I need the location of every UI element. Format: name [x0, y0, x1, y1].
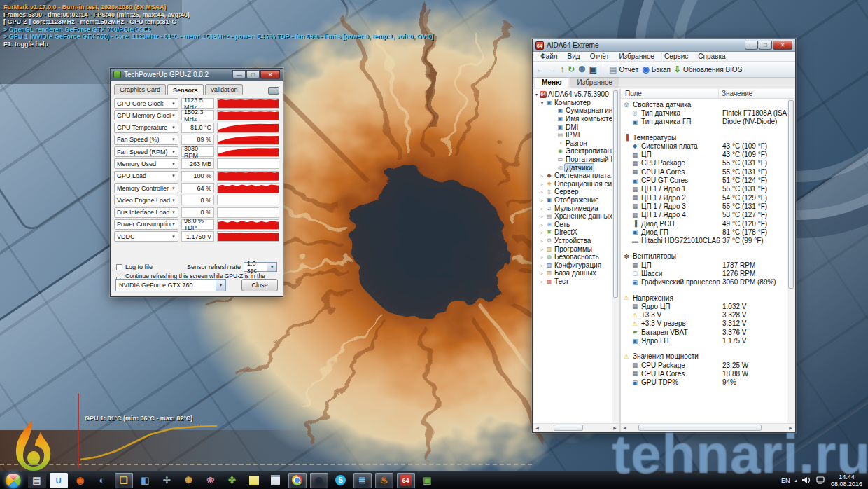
sensor-list-row[interactable]: ▣ Тип датчика ГП Diode (NV-Diode)	[621, 118, 787, 126]
scrollbar-thumb[interactable]	[638, 425, 762, 431]
tree-twisty-icon[interactable]: ▹	[539, 263, 545, 268]
sensor-list-row[interactable]: ▐ Температуры	[621, 133, 787, 142]
tree-item[interactable]: ▣ Имя компьютера	[533, 115, 612, 123]
sensor-list-row[interactable]: ▢ Шасси 1276 RPM	[621, 269, 787, 277]
sensor-list-row[interactable]: ⚠ +3.3 V 3.328 V	[621, 311, 787, 319]
sensor-list-row[interactable]: ▣ CPU GT Cores 51 °C (124 °F)	[621, 176, 787, 184]
tree-twisty-icon[interactable]: ▾	[539, 100, 545, 105]
tree-item[interactable]: ▹ ▦ Тест	[533, 277, 612, 286]
gpuz-sensor-row[interactable]: Fan Speed (RPM) ▼ 3030 RPM	[114, 146, 279, 157]
chevron-down-icon[interactable]: ▼	[172, 210, 176, 214]
backup-button[interactable]: ◉ Бэкап	[642, 65, 671, 74]
tree-item[interactable]: ▹ ⚙ Устройства	[533, 237, 612, 245]
scroll-left-arrow[interactable]: ◀	[533, 425, 541, 430]
tree-twisty-icon[interactable]: ▹	[539, 238, 545, 243]
skype[interactable]: S	[332, 473, 350, 488]
tree-item[interactable]: ▹ ▣ Отображение	[533, 196, 612, 205]
swirl-app[interactable]: ✢	[158, 473, 176, 488]
scroll-left-arrow[interactable]: ◀	[621, 425, 629, 430]
tree-item[interactable]: ▹ ▯ Сервер	[533, 188, 612, 196]
tree-item[interactable]: ▹ ♫ Мультимедиа	[533, 204, 612, 212]
orange-app[interactable]: ◉	[71, 473, 90, 488]
tree-twisty-icon[interactable]: ▹	[539, 181, 545, 186]
tree-horizontal-scrollbar[interactable]: ◀ ▶	[533, 423, 619, 432]
menu-item[interactable]: Файл	[536, 53, 563, 60]
tree-twisty-icon[interactable]: ▹	[539, 254, 545, 259]
users-icon[interactable]: ⚉	[578, 65, 586, 74]
log-to-file-checkbox[interactable]	[116, 264, 122, 270]
sensor-list-row[interactable]: ▦ CPU Package 55 °C (131 °F)	[621, 159, 787, 167]
column-field[interactable]: Поле	[621, 89, 719, 98]
tree-item[interactable]: ▤ IPMI	[533, 131, 612, 139]
sensor-list-row[interactable]: ▦ ЦП 1 / Ядро 3 55 °C (131 °F)	[621, 202, 787, 210]
gpuz-tab[interactable]: Validation	[205, 84, 244, 95]
sensor-list-row[interactable]: ❇ Вентиляторы	[621, 252, 787, 261]
sensor-name-box[interactable]: Fan Speed (RPM) ▼	[114, 146, 178, 157]
sensor-name-box[interactable]: GPU Core Clock ▼	[114, 98, 178, 109]
chevron-down-icon[interactable]: ▼	[172, 198, 176, 202]
chevron-down-icon[interactable]: ▼	[172, 150, 176, 154]
tree-twisty-icon[interactable]: ▹	[539, 279, 545, 284]
menu-item[interactable]: Справка	[693, 53, 730, 60]
video-app[interactable]: ▤	[28, 473, 46, 488]
gpuz-sensor-row[interactable]: Memory Used ▼ 263 MB	[114, 158, 279, 169]
gpuz-sensor-row[interactable]: GPU Load ▼ 100 %	[114, 171, 279, 181]
sensor-list-row[interactable]: ▦ CPU IA Cores 55 °C (131 °F)	[621, 167, 787, 176]
sensor-list-row[interactable]	[621, 345, 787, 352]
tree-item[interactable]: ▹ ▥ База данных	[533, 269, 612, 277]
volume-icon[interactable]	[802, 476, 811, 484]
report-button[interactable]: ▤ Отчёт	[609, 65, 638, 74]
sensor-list-row[interactable]: ▣ GPU TDP% 94%	[621, 378, 787, 387]
tree-twisty-icon[interactable]: ▹	[539, 198, 545, 202]
tree-item[interactable]: ▹ ❖ Операционная система	[533, 180, 612, 188]
tree-twisty-icon[interactable]: ▹	[539, 270, 545, 275]
gpuz-sensor-row[interactable]: Power Consumption ▼ 98.0 % TDP	[114, 219, 279, 230]
tree-item[interactable]: ▹ ⊕ Сеть	[533, 221, 612, 229]
bios-updates-button[interactable]: ⇩ Обновления BIOS	[674, 65, 742, 74]
tree-item[interactable]: ▹ ▧ Программы	[533, 245, 612, 253]
maximize-button[interactable]: □	[759, 41, 772, 50]
tree-item[interactable]: ▭ Портативный ПК	[533, 156, 612, 164]
media-player[interactable]: ≣	[354, 473, 372, 488]
scroll-right-arrow[interactable]: ▶	[787, 425, 794, 430]
tree-item[interactable]: ◔ Разгон	[533, 139, 612, 148]
list-vertical-scrollbar[interactable]	[787, 99, 794, 423]
tree-twisty-icon[interactable]: ▹	[539, 222, 545, 227]
sensor-name-box[interactable]: GPU Memory Clock ▼	[114, 110, 178, 120]
sensor-name-box[interactable]: Memory Used ▼	[114, 158, 178, 169]
chevron-down-icon[interactable]: ▼	[172, 162, 176, 166]
tree-twisty-icon[interactable]: ▾	[533, 92, 540, 97]
tree-item[interactable]: ▣ Суммарная информация	[533, 106, 612, 115]
minimize-button[interactable]: —	[745, 41, 758, 50]
chrome[interactable]	[288, 473, 307, 488]
sensor-list-row[interactable]: ⚠ Значения мощности	[621, 352, 787, 361]
hidden-icons-arrow[interactable]: ▴	[794, 478, 797, 483]
column-headers[interactable]: Поле Значение	[621, 89, 794, 99]
monitor-icon[interactable]: ▣	[589, 65, 597, 74]
chevron-down-icon[interactable]: ▼	[172, 186, 176, 191]
explorer[interactable]: ❏	[115, 473, 133, 488]
pink-app[interactable]: ❀	[202, 473, 220, 488]
color-app[interactable]: ✺	[180, 473, 198, 488]
up-icon[interactable]: ↑	[560, 65, 564, 74]
blue-u-app[interactable]: ∪	[50, 473, 68, 488]
aida64[interactable]: 64	[397, 473, 415, 488]
sensor-list-row[interactable]: ◎ Свойства датчика	[621, 100, 787, 109]
tree-twisty-icon[interactable]: ▹	[539, 230, 545, 235]
sensor-list-row[interactable]	[621, 245, 787, 252]
column-value[interactable]: Значение	[719, 90, 752, 97]
sensor-list-row[interactable]: ⚠ +3.3 V резерв 3.312 V	[621, 319, 787, 328]
sensor-list-row[interactable]: ▐ Диод PCH 49 °C (120 °F)	[621, 219, 787, 228]
clock[interactable]: 14:44 08.08.2016	[831, 474, 862, 488]
scroll-right-arrow[interactable]: ▶	[611, 425, 619, 430]
green-app-2[interactable]: ▣	[419, 473, 437, 488]
aida64-tab[interactable]: Меню	[535, 77, 568, 88]
sensor-list-row[interactable]: ◆ Системная плата 43 °C (109 °F)	[621, 142, 787, 150]
green-app[interactable]: ✤	[223, 473, 241, 488]
forward-icon[interactable]: →	[548, 65, 556, 74]
sensor-list-row[interactable]: ▦ ЦП 1 / Ядро 4 53 °C (127 °F)	[621, 211, 787, 219]
sensor-name-box[interactable]: Power Consumption ▼	[114, 219, 178, 230]
close-button[interactable]: ✕	[773, 41, 792, 50]
chevron-down-icon[interactable]: ▼	[172, 174, 176, 178]
sensor-name-box[interactable]: Bus Interface Load ▼	[114, 207, 178, 218]
